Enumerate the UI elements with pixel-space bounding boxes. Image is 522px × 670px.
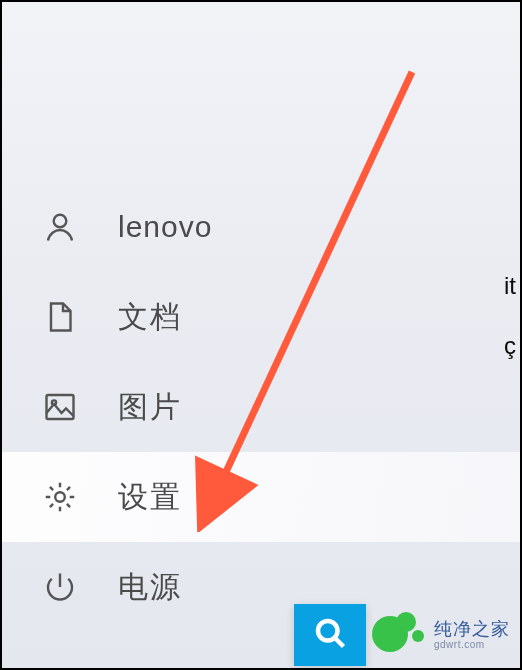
start-menu-list: lenovo 文档 图片 设置 电源 bbox=[2, 182, 520, 632]
document-icon bbox=[40, 297, 80, 337]
watermark-subtitle: gdwrt.com bbox=[434, 640, 510, 650]
menu-item-label: 图片 bbox=[118, 387, 182, 428]
edge-fragment: it bbox=[504, 272, 516, 300]
watermark-logo-icon bbox=[372, 612, 428, 658]
power-icon bbox=[40, 567, 80, 607]
search-icon bbox=[312, 615, 348, 655]
gear-icon bbox=[40, 477, 80, 517]
svg-point-5 bbox=[318, 621, 338, 641]
edge-fragment: ç bbox=[504, 332, 516, 360]
watermark: 纯净之家 gdwrt.com bbox=[372, 612, 510, 658]
menu-item-label: 文档 bbox=[118, 297, 182, 338]
menu-item-label: lenovo bbox=[118, 210, 212, 244]
svg-point-0 bbox=[54, 215, 67, 228]
menu-item-documents[interactable]: 文档 bbox=[2, 272, 520, 362]
menu-item-settings[interactable]: 设置 bbox=[2, 452, 520, 542]
taskbar-search-button[interactable] bbox=[294, 604, 366, 666]
svg-point-3 bbox=[55, 492, 65, 502]
menu-item-pictures[interactable]: 图片 bbox=[2, 362, 520, 452]
menu-item-user[interactable]: lenovo bbox=[2, 182, 520, 272]
start-menu-panel: lenovo 文档 图片 设置 电源 bbox=[0, 0, 522, 670]
picture-icon bbox=[40, 387, 80, 427]
user-icon bbox=[40, 207, 80, 247]
menu-item-label: 电源 bbox=[118, 567, 182, 608]
watermark-title: 纯净之家 bbox=[434, 620, 510, 638]
menu-item-label: 设置 bbox=[118, 477, 182, 518]
svg-line-6 bbox=[335, 638, 343, 646]
